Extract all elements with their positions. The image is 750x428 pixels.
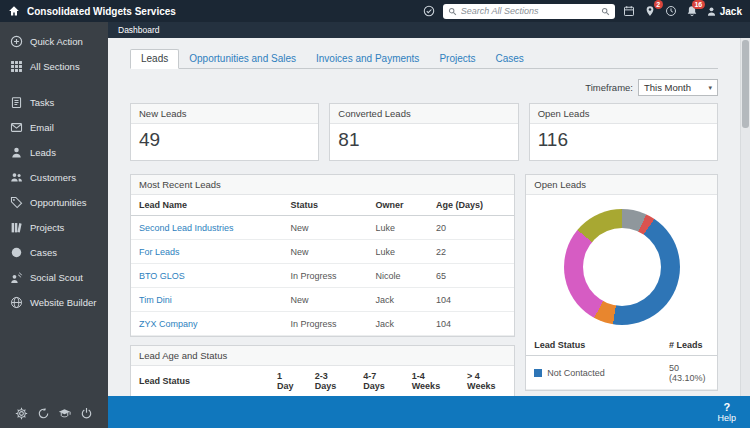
column-header: Lead Status	[131, 366, 269, 396]
recent-leads-table: Lead Name Status Owner Age (Days) Second…	[131, 195, 514, 336]
right-column: Open Leads Lead Status # Leads	[525, 174, 718, 391]
lead-status: New	[283, 288, 368, 312]
stat-title: New Leads	[131, 104, 318, 124]
lead-age-table: Lead Status 1 Day 2-3 Days 4-7 Days 1-4 …	[131, 366, 514, 396]
clock-icon[interactable]	[664, 4, 678, 18]
lead-name-link[interactable]: BTO GLOS	[139, 271, 185, 281]
table-row: Tim Dini New Jack 104	[131, 288, 514, 312]
sidebar-item-email[interactable]: Email	[0, 115, 108, 140]
sidebar-item-quick-action[interactable]: Quick Action	[0, 29, 108, 54]
sidebar-item-label: Website Builder	[30, 297, 96, 308]
timeframe-select[interactable]: This Month ▾	[638, 79, 718, 96]
tab-opportunities-and-sales[interactable]: Opportunities and Sales	[179, 50, 306, 68]
search-box[interactable]	[443, 4, 615, 19]
graduation-cap-icon[interactable]	[58, 407, 71, 420]
sidebar-item-tasks[interactable]: Tasks	[0, 90, 108, 115]
help-button[interactable]: ? Help	[717, 401, 736, 424]
sidebar-item-cases[interactable]: Cases	[0, 240, 108, 265]
tasks-icon	[10, 96, 23, 109]
lead-name-link[interactable]: Second Lead Industries	[139, 223, 234, 233]
legend-label: Not Contacted	[547, 368, 605, 378]
calendar-icon[interactable]	[622, 4, 636, 18]
stat-title: Open Leads	[530, 104, 717, 124]
bell-badge: 16	[692, 0, 705, 9]
sidebar-item-projects[interactable]: Projects	[0, 215, 108, 240]
scrollbar-thumb[interactable]	[742, 40, 749, 128]
plus-circle-icon	[10, 35, 23, 48]
main-area: Dashboard Leads Opportunities and Sales …	[108, 22, 750, 428]
lead-age: 104	[428, 288, 514, 312]
column-header: 1-4 Weeks	[404, 366, 459, 396]
legend-swatch	[534, 369, 542, 377]
check-circle-icon[interactable]	[422, 4, 436, 18]
table-row: ZYX Company In Progress Jack 104	[131, 312, 514, 336]
sidebar-item-all-sections[interactable]: All Sections	[0, 54, 108, 79]
lead-owner: Nicole	[368, 264, 428, 288]
globe-icon	[10, 296, 23, 309]
bell-icon[interactable]: 16	[685, 4, 699, 18]
help-label: Help	[717, 413, 736, 423]
power-icon[interactable]	[80, 407, 93, 420]
timeframe-row: Timeframe: This Month ▾	[130, 79, 718, 96]
sidebar-item-label: Quick Action	[30, 36, 83, 47]
sidebar-item-label: Customers	[30, 172, 76, 183]
sidebar-item-leads[interactable]: Leads	[0, 140, 108, 165]
lead-name-link[interactable]: For Leads	[139, 247, 180, 257]
search-input[interactable]	[461, 6, 597, 16]
user-name: Jack	[720, 6, 742, 17]
sidebar-item-label: Opportunities	[30, 197, 87, 208]
lead-status: New	[283, 216, 368, 240]
panel-title: Most Recent Leads	[131, 175, 514, 195]
panel-title: Open Leads	[526, 175, 717, 195]
stats-row: New Leads 49 Converted Leads 81 Open Lea…	[130, 103, 718, 161]
lead-status: New	[283, 240, 368, 264]
table-row: Second Lead Industries New Luke 20	[131, 216, 514, 240]
help-icon: ?	[723, 401, 730, 414]
most-recent-leads-panel: Most Recent Leads Lead Name Status Owner…	[130, 174, 515, 337]
lead-status: In Progress	[283, 312, 368, 336]
tab-invoices-and-payments[interactable]: Invoices and Payments	[306, 50, 429, 68]
stat-title: Converted Leads	[330, 104, 517, 124]
person-icon	[10, 146, 23, 159]
timeframe-label: Timeframe:	[585, 82, 633, 93]
tab-leads[interactable]: Leads	[130, 49, 179, 69]
refresh-icon[interactable]	[37, 407, 50, 420]
lead-owner: Jack	[368, 312, 428, 336]
sidebar-item-customers[interactable]: Customers	[0, 165, 108, 190]
dashboard-content: Leads Opportunities and Sales Invoices a…	[108, 38, 740, 396]
legend-row: Not Contacted 50 (43.10%)	[526, 356, 717, 390]
search-submit-icon[interactable]	[601, 7, 610, 16]
vertical-scrollbar[interactable]	[740, 38, 750, 396]
table-row: For Leads New Luke 22	[131, 240, 514, 264]
search-icon	[448, 7, 457, 16]
sidebar-item-social-scout[interactable]: Social Scout	[0, 265, 108, 290]
books-icon	[10, 221, 23, 234]
footer-bar: ? Help	[108, 396, 750, 428]
column-header: Owner	[368, 195, 428, 216]
tab-cases[interactable]: Cases	[486, 50, 534, 68]
column-header: Lead Status	[526, 335, 661, 356]
email-icon	[10, 121, 23, 134]
lead-age-and-status-panel: Lead Age and Status Lead Status 1 Day 2-…	[130, 345, 515, 396]
column-header: Status	[283, 195, 368, 216]
grid-icon	[10, 60, 23, 73]
sidebar-item-label: Social Scout	[30, 272, 83, 283]
user-menu[interactable]: Jack	[706, 6, 742, 17]
sidebar-item-label: Leads	[30, 147, 56, 158]
gear-icon[interactable]	[15, 407, 28, 420]
open-leads-legend: Lead Status # Leads Not Contacted 50 (43…	[526, 335, 717, 390]
stat-card-open-leads: Open Leads 116	[529, 103, 718, 161]
sidebar-divider	[0, 79, 108, 90]
lead-age: 104	[428, 312, 514, 336]
sidebar-item-website-builder[interactable]: Website Builder	[0, 290, 108, 315]
column-header: 4-7 Days	[355, 366, 403, 396]
home-icon[interactable]	[8, 5, 20, 17]
lead-name-link[interactable]: Tim Dini	[139, 295, 172, 305]
tab-projects[interactable]: Projects	[429, 50, 485, 68]
column-header: # Leads	[661, 335, 717, 356]
lead-name-link[interactable]: ZYX Company	[139, 319, 198, 329]
sidebar-item-opportunities[interactable]: Opportunities	[0, 190, 108, 215]
tag-icon	[10, 196, 23, 209]
circle-icon	[10, 246, 23, 259]
pin-icon[interactable]: 2	[643, 4, 657, 18]
